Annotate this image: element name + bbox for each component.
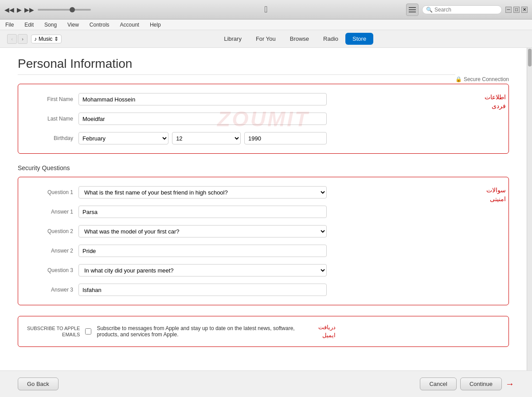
subscribe-rtl-line1: دریافت <box>318 323 336 331</box>
answer1-input[interactable] <box>78 206 327 218</box>
personal-info-section: ZOUMIT اطلاعات فردی First Name Last Name… <box>18 84 509 154</box>
nav-bar: ‹ › ♪ Music ⇕ Library For You Browse Rad… <box>0 30 532 48</box>
forward-arrow-button[interactable]: › <box>18 34 27 44</box>
first-name-input[interactable] <box>78 93 327 105</box>
question3-label: Question 3 <box>29 267 73 273</box>
title-bar: ◀◀ ▶ ▶▶  🔍 ─ □ ✕ <box>0 0 532 19</box>
last-name-label: Last Name <box>29 116 73 122</box>
main-content: Personal Information 🔒 Secure Connection… <box>0 48 527 370</box>
answer2-row: Answer 2 <box>29 245 498 257</box>
answer1-label: Answer 1 <box>29 209 73 215</box>
subscribe-text: Subscribe to messages from Apple and sta… <box>97 325 309 338</box>
last-name-row: Last Name <box>29 113 498 125</box>
content-area: Personal Information 🔒 Secure Connection… <box>0 48 532 370</box>
tab-library[interactable]: Library <box>217 33 249 45</box>
birthday-month-select[interactable]: JanuaryFebruaryMarchAprilMayJuneJulyAugu… <box>78 132 168 144</box>
page-title: Personal Information <box>18 57 509 71</box>
question1-select[interactable]: What is the first name of your best frie… <box>78 186 327 198</box>
security-rtl-label: سوالات امنیتی <box>486 186 509 203</box>
back-arrow-button[interactable]: ‹ <box>7 34 17 44</box>
scrollbar[interactable] <box>527 48 532 370</box>
security-rtl-line2: امنیتی <box>486 195 506 204</box>
answer3-label: Answer 3 <box>29 287 73 293</box>
question2-select[interactable]: What was the model of your first car? <box>78 225 327 237</box>
personal-info-rtl-line2: فردی <box>485 102 506 111</box>
answer3-input[interactable] <box>78 284 327 296</box>
birthday-selects: JanuaryFebruaryMarchAprilMayJuneJulyAugu… <box>78 132 327 144</box>
lock-icon: 🔒 <box>455 76 462 82</box>
security-rtl-line1: سوالات <box>486 186 506 195</box>
fastforward-button[interactable]: ▶▶ <box>24 6 34 13</box>
tab-store[interactable]: Store <box>345 33 373 45</box>
arrow-indicator: → <box>505 379 514 389</box>
search-bar[interactable]: 🔍 <box>422 5 502 14</box>
security-questions-section: سوالات امنیتی Question 1 What is the fir… <box>18 177 509 305</box>
menu-file[interactable]: File <box>4 21 16 29</box>
subscribe-label-line2: EMAILS <box>27 331 80 338</box>
go-back-button[interactable]: Go Back <box>18 378 59 390</box>
answer3-row: Answer 3 <box>29 284 498 296</box>
menu-song[interactable]: Song <box>43 21 59 29</box>
apple-logo:  <box>264 4 267 15</box>
last-name-input[interactable] <box>78 113 327 125</box>
bottom-bar: Go Back Cancel Continue → <box>0 370 532 397</box>
tab-radio[interactable]: Radio <box>316 33 345 45</box>
menu-view[interactable]: View <box>66 21 81 29</box>
first-name-row: First Name <box>29 93 498 105</box>
restore-button[interactable]: □ <box>513 7 520 13</box>
menu-edit[interactable]: Edit <box>23 21 35 29</box>
answer2-label: Answer 2 <box>29 248 73 254</box>
search-input[interactable] <box>434 7 497 13</box>
close-button[interactable]: ✕ <box>521 7 528 13</box>
secure-connection: 🔒 Secure Connection <box>455 76 509 82</box>
progress-thumb <box>70 7 75 12</box>
cancel-button[interactable]: Cancel <box>420 378 456 390</box>
transport-controls: ◀◀ ▶ ▶▶ <box>4 6 34 13</box>
scrollbar-thumb[interactable] <box>528 49 532 66</box>
question3-select[interactable]: In what city did your parents meet? <box>78 264 327 276</box>
menu-help[interactable]: Help <box>148 21 163 29</box>
subscribe-label: SUBSCRIBE TO APPLE EMAILS <box>27 325 80 338</box>
continue-button[interactable]: Continue <box>460 378 502 390</box>
minimize-button[interactable]: ─ <box>505 7 512 13</box>
birthday-year-input[interactable] <box>244 132 327 144</box>
tab-browse[interactable]: Browse <box>283 33 316 45</box>
subscribe-checkbox[interactable] <box>85 328 91 335</box>
music-note-icon: ♪ <box>34 36 37 42</box>
hamburger-line <box>409 12 416 12</box>
hamburger-line <box>409 9 416 10</box>
answer2-input[interactable] <box>78 245 327 257</box>
nav-tabs: Library For You Browse Radio Store <box>217 33 373 45</box>
menu-account[interactable]: Account <box>118 21 141 29</box>
menu-controls[interactable]: Controls <box>88 21 111 29</box>
music-selector[interactable]: ♪ Music ⇕ <box>31 35 62 43</box>
question3-row: Question 3 In what city did your parents… <box>29 264 498 276</box>
answer1-row: Answer 1 <box>29 206 498 218</box>
rewind-button[interactable]: ◀◀ <box>4 6 14 13</box>
security-questions-title: Security Questions <box>18 164 509 171</box>
question2-row: Question 2 What was the model of your fi… <box>29 225 498 237</box>
subscribe-label-line1: SUBSCRIBE TO APPLE <box>27 325 80 331</box>
window-controls: ─ □ ✕ <box>505 7 528 13</box>
question1-label: Question 1 <box>29 189 73 195</box>
question1-row: Question 1 What is the first name of you… <box>29 186 498 198</box>
hamburger-line <box>409 7 416 8</box>
birthday-row: Birthday JanuaryFebruaryMarchAprilMayJun… <box>29 132 498 144</box>
subscribe-section: SUBSCRIBE TO APPLE EMAILS Subscribe to m… <box>18 316 509 347</box>
subscribe-rtl-label: دریافت ایمیل <box>318 323 336 339</box>
menu-bar: File Edit Song View Controls Account Hel… <box>0 19 532 30</box>
search-icon: 🔍 <box>426 7 433 13</box>
page-header: Personal Information 🔒 Secure Connection <box>18 57 509 71</box>
tab-for-you[interactable]: For You <box>249 33 283 45</box>
birthday-day-select[interactable]: 1234567891011121314151617181920212223242… <box>172 132 241 144</box>
bottom-right-buttons: Cancel Continue → <box>420 378 514 390</box>
progress-slider[interactable] <box>38 9 91 11</box>
hamburger-button[interactable] <box>406 4 419 16</box>
header-divider <box>18 74 455 75</box>
play-button[interactable]: ▶ <box>17 6 22 13</box>
personal-info-rtl-line1: اطلاعات <box>485 93 506 102</box>
secure-connection-label: Secure Connection <box>464 76 509 82</box>
first-name-label: First Name <box>29 96 73 102</box>
nav-arrows: ‹ › <box>7 34 27 44</box>
transport-area: ◀◀ ▶ ▶▶ <box>4 6 91 13</box>
